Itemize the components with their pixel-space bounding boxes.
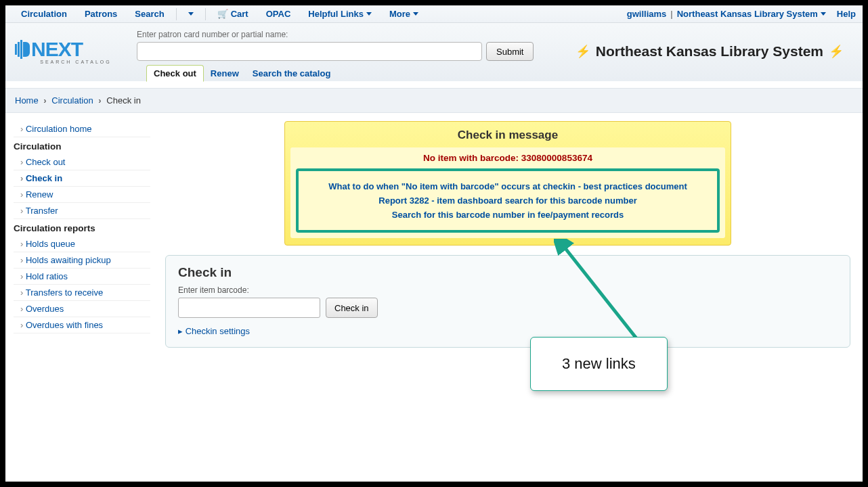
annotation-callout: 3 new links	[530, 337, 668, 391]
nav-circulation[interactable]: Circulation	[12, 5, 76, 22]
logo-bars-icon	[15, 40, 30, 59]
nav-helpful-links[interactable]: Helpful Links	[299, 5, 381, 22]
nav-help[interactable]: Help	[837, 9, 856, 19]
annotation-text: 3 new links	[562, 355, 636, 372]
sidebar: Circulation home Circulation Check out C…	[11, 121, 153, 333]
no-item-barcode-msg: No item with barcode: 33080000853674	[296, 153, 720, 163]
tab-checkout[interactable]: Check out	[146, 65, 204, 82]
sidebar-item-transfer[interactable]: Transfer	[14, 203, 150, 219]
patron-search-input[interactable]	[137, 42, 482, 61]
top-nav: Circulation Patrons Search 🛒Cart OPAC He…	[5, 5, 863, 23]
nav-divider	[176, 8, 177, 20]
checkin-message-title: Check in message	[290, 129, 725, 142]
barcode-label: Enter item barcode:	[178, 285, 838, 295]
sidebar-item-holds-awaiting[interactable]: Holds awaiting pickup	[14, 252, 150, 269]
cart-icon: 🛒	[217, 9, 228, 19]
search-tabs: Check out Renew Search the catalog	[134, 65, 500, 81]
triangle-right-icon: ▸	[178, 326, 183, 336]
tab-renew[interactable]: Renew	[204, 66, 246, 81]
breadcrumb-current: Check in	[106, 95, 141, 106]
link-best-practices[interactable]: What to do when "No item with barcode" o…	[305, 179, 710, 193]
nav-search[interactable]: Search	[126, 5, 173, 22]
breadcrumb-sep: ›	[95, 95, 104, 106]
sidebar-item-checkin[interactable]: Check in	[14, 170, 150, 187]
org-title-text: Northeast Kansas Library System	[596, 43, 823, 60]
sidebar-item-overdues[interactable]: Overdues	[14, 301, 150, 317]
sidebar-heading-reports: Circulation reports	[14, 219, 150, 236]
help-links-box: What to do when "No item with barcode" o…	[296, 168, 720, 233]
caret-down-icon	[821, 12, 826, 16]
nav-opac[interactable]: OPAC	[257, 5, 300, 22]
breadcrumb-circulation[interactable]: Circulation	[51, 95, 93, 106]
org-title: ⚡ Northeast Kansas Library System ⚡	[576, 30, 853, 60]
checkin-button[interactable]: Check in	[326, 298, 378, 318]
sidebar-item-overdues-fines[interactable]: Overdues with fines	[14, 317, 150, 333]
breadcrumb-sep: ›	[41, 95, 49, 106]
logo: NEXT SEARCH CATALOG	[15, 30, 137, 64]
breadcrumb: Home › Circulation › Check in	[5, 88, 863, 113]
patron-search-block: Enter patron card number or partial name…	[137, 30, 576, 81]
barcode-input[interactable]	[178, 298, 320, 318]
submit-button[interactable]: Submit	[486, 42, 534, 61]
sidebar-item-circulation-home[interactable]: Circulation home	[14, 121, 150, 137]
checkin-message-box: Check in message No item with barcode: 3…	[284, 121, 731, 246]
nav-patrons[interactable]: Patrons	[76, 5, 126, 22]
header-row: NEXT SEARCH CATALOG Enter patron card nu…	[5, 23, 863, 81]
nav-search-dropdown[interactable]	[179, 9, 202, 19]
nav-more[interactable]: More	[381, 5, 427, 22]
nav-cart[interactable]: 🛒Cart	[209, 5, 257, 22]
sidebar-item-renew[interactable]: Renew	[14, 187, 150, 203]
link-fee-payment-search[interactable]: Search for this barcode number in fee/pa…	[305, 208, 710, 222]
sidebar-heading-circulation: Circulation	[14, 137, 150, 154]
bolt-icon: ⚡	[829, 44, 844, 59]
bolt-icon: ⚡	[576, 44, 590, 59]
link-report-3282[interactable]: Report 3282 - item dashboard search for …	[305, 193, 710, 208]
checkin-settings-link[interactable]: Checkin settings	[186, 326, 250, 336]
sidebar-item-holds-queue[interactable]: Holds queue	[14, 236, 150, 252]
logo-text: NEXT	[31, 38, 83, 61]
nav-user[interactable]: gwilliams	[627, 9, 667, 19]
sidebar-item-checkout[interactable]: Check out	[14, 154, 150, 170]
sidebar-item-transfers-receive[interactable]: Transfers to receive	[14, 285, 150, 301]
patron-search-label: Enter patron card number or partial name…	[137, 30, 576, 39]
content-area: Check in message No item with barcode: 3…	[153, 121, 857, 348]
separator: |	[670, 9, 672, 19]
sidebar-item-hold-ratios[interactable]: Hold ratios	[14, 269, 150, 285]
tab-search-catalog[interactable]: Search the catalog	[246, 66, 338, 81]
checkin-title: Check in	[178, 265, 838, 280]
breadcrumb-home[interactable]: Home	[15, 95, 39, 106]
caret-down-icon	[366, 12, 372, 16]
caret-down-icon	[188, 12, 194, 16]
nav-divider	[205, 8, 206, 20]
caret-down-icon	[413, 12, 418, 16]
nav-system-dropdown[interactable]: Northeast Kansas Library System	[677, 9, 826, 19]
checkin-panel: Check in Enter item barcode: Check in ▸ …	[165, 255, 850, 348]
